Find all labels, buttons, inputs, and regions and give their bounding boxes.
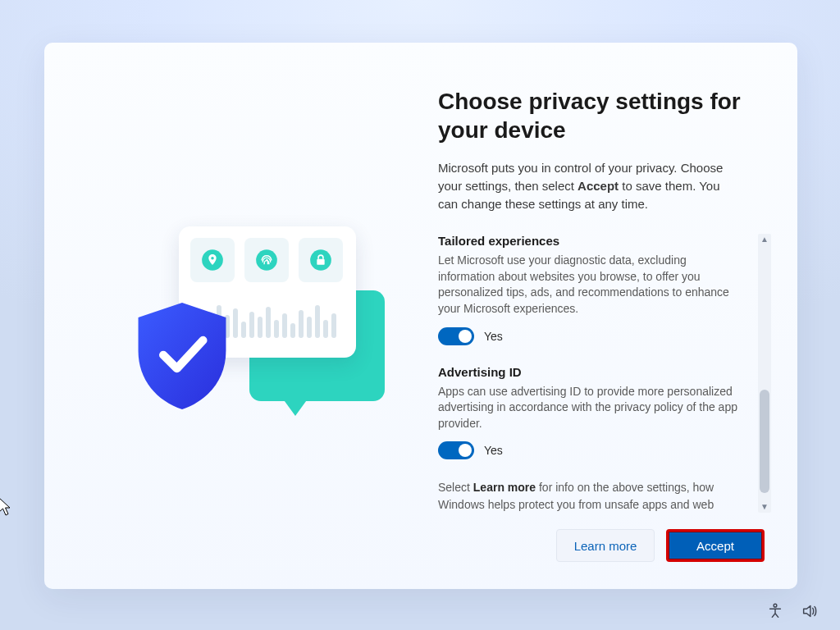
footnote-bold: Learn more [473, 481, 536, 494]
privacy-illustration [102, 225, 364, 438]
toggle-label: Yes [484, 444, 503, 457]
intro-text: Microsoft puts you in control of your pr… [438, 159, 771, 212]
accessibility-icon[interactable] [766, 602, 784, 620]
button-row: Learn more Accept [438, 513, 771, 570]
settings-list: Tailored experiences Let Microsoft use y… [438, 234, 758, 513]
svg-point-1 [211, 257, 214, 260]
accept-button[interactable]: Accept [666, 529, 765, 562]
shield-check-icon [130, 299, 235, 413]
intro-bold: Accept [578, 179, 619, 193]
footnote-pre: Select [438, 481, 473, 494]
location-pin-icon [190, 238, 235, 282]
svg-point-5 [774, 604, 777, 607]
setting-desc: Apps can use advertising ID to provide m… [438, 384, 743, 432]
toggle-tailored-experiences[interactable] [438, 327, 474, 345]
scroll-thumb[interactable] [760, 390, 769, 493]
oobe-card: Choose privacy settings for your device … [44, 43, 797, 589]
lock-icon [299, 238, 343, 282]
volume-icon[interactable] [801, 602, 819, 620]
setting-tailored-experiences: Tailored experiences Let Microsoft use y… [438, 234, 743, 345]
vertical-scrollbar[interactable]: ▲ ▼ [758, 234, 771, 513]
illustration-pane [44, 43, 430, 589]
toggle-label: Yes [484, 330, 503, 343]
setting-title: Advertising ID [438, 365, 743, 379]
footnote-text: Select Learn more for info on the above … [438, 479, 743, 513]
content-pane: Choose privacy settings for your device … [430, 43, 797, 589]
mouse-cursor-icon [0, 497, 13, 517]
setting-title: Tailored experiences [438, 234, 743, 248]
toggle-advertising-id[interactable] [438, 441, 474, 459]
svg-rect-4 [317, 259, 324, 265]
scroll-up-arrow-icon[interactable]: ▲ [760, 235, 769, 244]
system-tray [766, 602, 819, 620]
setting-desc: Let Microsoft use your diagnostic data, … [438, 253, 743, 317]
scroll-down-arrow-icon[interactable]: ▼ [760, 503, 769, 511]
page-title: Choose privacy settings for your device [438, 87, 771, 144]
fingerprint-icon [244, 238, 289, 282]
learn-more-button[interactable]: Learn more [556, 529, 655, 562]
settings-scroll-region: Tailored experiences Let Microsoft use y… [438, 234, 771, 513]
setting-advertising-id: Advertising ID Apps can use advertising … [438, 365, 743, 460]
